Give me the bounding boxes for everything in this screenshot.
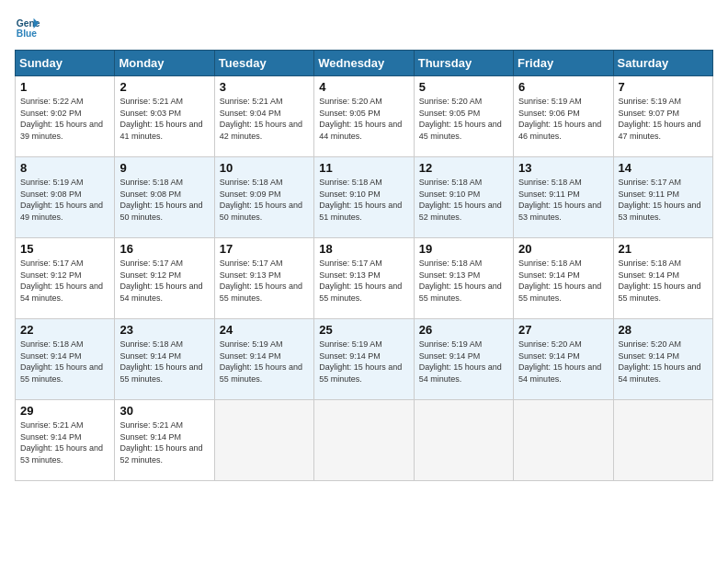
day-info: Sunrise: 5:21 AMSunset: 9:04 PMDaylight:… — [220, 96, 309, 142]
day-number: 7 — [619, 80, 708, 94]
day-info: Sunrise: 5:19 AMSunset: 9:14 PMDaylight:… — [419, 339, 508, 385]
day-info: Sunrise: 5:19 AMSunset: 9:08 PMDaylight:… — [20, 177, 109, 223]
day-number: 13 — [518, 161, 608, 175]
day-number: 5 — [419, 80, 508, 94]
header-thursday: Thursday — [414, 51, 513, 76]
day-info: Sunrise: 5:18 AMSunset: 9:09 PMDaylight:… — [220, 177, 309, 223]
day-info: Sunrise: 5:20 AMSunset: 9:05 PMDaylight:… — [319, 96, 408, 142]
day-number: 27 — [518, 323, 608, 337]
calendar-cell: 4Sunrise: 5:20 AMSunset: 9:05 PMDaylight… — [314, 76, 414, 157]
calendar-cell: 7Sunrise: 5:19 AMSunset: 9:07 PMDaylight… — [613, 76, 712, 157]
calendar-cell: 29Sunrise: 5:21 AMSunset: 9:14 PMDayligh… — [16, 400, 115, 481]
day-number: 28 — [619, 323, 708, 337]
calendar-cell: 23Sunrise: 5:18 AMSunset: 9:14 PMDayligh… — [115, 319, 214, 400]
calendar-cell: 19Sunrise: 5:18 AMSunset: 9:13 PMDayligh… — [414, 238, 513, 319]
header-friday: Friday — [514, 51, 613, 76]
day-number: 3 — [220, 80, 309, 94]
calendar-cell — [214, 400, 313, 481]
day-number: 25 — [319, 323, 408, 337]
day-info: Sunrise: 5:19 AMSunset: 9:07 PMDaylight:… — [619, 96, 708, 142]
day-number: 12 — [419, 161, 508, 175]
calendar-cell: 22Sunrise: 5:18 AMSunset: 9:14 PMDayligh… — [16, 319, 115, 400]
calendar-cell: 10Sunrise: 5:18 AMSunset: 9:09 PMDayligh… — [214, 157, 313, 238]
page-header: General Blue — [15, 15, 713, 40]
calendar-cell: 14Sunrise: 5:17 AMSunset: 9:11 PMDayligh… — [613, 157, 712, 238]
day-info: Sunrise: 5:18 AMSunset: 9:14 PMDaylight:… — [20, 339, 109, 385]
day-info: Sunrise: 5:19 AMSunset: 9:06 PMDaylight:… — [518, 96, 608, 142]
calendar-cell: 15Sunrise: 5:17 AMSunset: 9:12 PMDayligh… — [16, 238, 115, 319]
calendar-cell — [514, 400, 613, 481]
day-number: 11 — [319, 161, 408, 175]
calendar-cell: 18Sunrise: 5:17 AMSunset: 9:13 PMDayligh… — [314, 238, 414, 319]
day-info: Sunrise: 5:19 AMSunset: 9:14 PMDaylight:… — [220, 339, 309, 385]
day-number: 6 — [518, 80, 608, 94]
day-info: Sunrise: 5:21 AMSunset: 9:14 PMDaylight:… — [119, 419, 209, 465]
calendar-cell: 24Sunrise: 5:19 AMSunset: 9:14 PMDayligh… — [214, 319, 313, 400]
day-info: Sunrise: 5:18 AMSunset: 9:10 PMDaylight:… — [319, 177, 408, 223]
day-info: Sunrise: 5:18 AMSunset: 9:14 PMDaylight:… — [119, 339, 209, 385]
day-info: Sunrise: 5:17 AMSunset: 9:12 PMDaylight:… — [119, 258, 209, 304]
day-number: 16 — [119, 242, 209, 256]
calendar-cell: 2Sunrise: 5:21 AMSunset: 9:03 PMDaylight… — [115, 76, 214, 157]
header-saturday: Saturday — [613, 51, 712, 76]
day-number: 10 — [220, 161, 309, 175]
day-number: 9 — [119, 161, 209, 175]
calendar-table: Sunday Monday Tuesday Wednesday Thursday… — [15, 50, 713, 481]
calendar-cell: 21Sunrise: 5:18 AMSunset: 9:14 PMDayligh… — [613, 238, 712, 319]
calendar-cell: 9Sunrise: 5:18 AMSunset: 9:08 PMDaylight… — [115, 157, 214, 238]
calendar-week-row: 22Sunrise: 5:18 AMSunset: 9:14 PMDayligh… — [16, 319, 713, 400]
calendar-cell: 17Sunrise: 5:17 AMSunset: 9:13 PMDayligh… — [214, 238, 313, 319]
day-info: Sunrise: 5:21 AMSunset: 9:14 PMDaylight:… — [20, 419, 109, 465]
svg-text:Blue: Blue — [17, 29, 38, 39]
day-number: 24 — [220, 323, 309, 337]
calendar-cell: 28Sunrise: 5:20 AMSunset: 9:14 PMDayligh… — [613, 319, 712, 400]
logo-icon: General Blue — [15, 15, 40, 40]
calendar-cell: 30Sunrise: 5:21 AMSunset: 9:14 PMDayligh… — [115, 400, 214, 481]
calendar-header-row: Sunday Monday Tuesday Wednesday Thursday… — [16, 51, 713, 76]
day-number: 30 — [119, 404, 209, 418]
day-number: 15 — [20, 242, 109, 256]
calendar-cell: 6Sunrise: 5:19 AMSunset: 9:06 PMDaylight… — [514, 76, 613, 157]
calendar-cell: 25Sunrise: 5:19 AMSunset: 9:14 PMDayligh… — [314, 319, 414, 400]
day-info: Sunrise: 5:20 AMSunset: 9:14 PMDaylight:… — [619, 339, 708, 385]
calendar-cell — [414, 400, 513, 481]
day-info: Sunrise: 5:18 AMSunset: 9:10 PMDaylight:… — [419, 177, 508, 223]
calendar-cell: 13Sunrise: 5:18 AMSunset: 9:11 PMDayligh… — [514, 157, 613, 238]
day-info: Sunrise: 5:17 AMSunset: 9:13 PMDaylight:… — [319, 258, 408, 304]
day-number: 1 — [20, 80, 109, 94]
header-monday: Monday — [115, 51, 214, 76]
day-number: 4 — [319, 80, 408, 94]
calendar-cell: 3Sunrise: 5:21 AMSunset: 9:04 PMDaylight… — [214, 76, 313, 157]
day-info: Sunrise: 5:18 AMSunset: 9:14 PMDaylight:… — [619, 258, 708, 304]
day-info: Sunrise: 5:22 AMSunset: 9:02 PMDaylight:… — [20, 96, 109, 142]
calendar-week-row: 8Sunrise: 5:19 AMSunset: 9:08 PMDaylight… — [16, 157, 713, 238]
day-number: 29 — [20, 404, 109, 418]
calendar-cell: 20Sunrise: 5:18 AMSunset: 9:14 PMDayligh… — [514, 238, 613, 319]
day-info: Sunrise: 5:19 AMSunset: 9:14 PMDaylight:… — [319, 339, 408, 385]
day-info: Sunrise: 5:21 AMSunset: 9:03 PMDaylight:… — [119, 96, 209, 142]
day-number: 22 — [20, 323, 109, 337]
day-number: 19 — [419, 242, 508, 256]
day-number: 18 — [319, 242, 408, 256]
calendar-week-row: 29Sunrise: 5:21 AMSunset: 9:14 PMDayligh… — [16, 400, 713, 481]
day-info: Sunrise: 5:20 AMSunset: 9:05 PMDaylight:… — [419, 96, 508, 142]
day-number: 14 — [619, 161, 708, 175]
calendar-week-row: 1Sunrise: 5:22 AMSunset: 9:02 PMDaylight… — [16, 76, 713, 157]
day-info: Sunrise: 5:18 AMSunset: 9:11 PMDaylight:… — [518, 177, 608, 223]
day-number: 21 — [619, 242, 708, 256]
header-wednesday: Wednesday — [314, 51, 414, 76]
calendar-cell: 12Sunrise: 5:18 AMSunset: 9:10 PMDayligh… — [414, 157, 513, 238]
day-info: Sunrise: 5:18 AMSunset: 9:08 PMDaylight:… — [119, 177, 209, 223]
calendar-cell: 1Sunrise: 5:22 AMSunset: 9:02 PMDaylight… — [16, 76, 115, 157]
day-number: 20 — [518, 242, 608, 256]
calendar-cell — [613, 400, 712, 481]
day-info: Sunrise: 5:17 AMSunset: 9:12 PMDaylight:… — [20, 258, 109, 304]
day-info: Sunrise: 5:18 AMSunset: 9:13 PMDaylight:… — [419, 258, 508, 304]
calendar-cell: 11Sunrise: 5:18 AMSunset: 9:10 PMDayligh… — [314, 157, 414, 238]
header-sunday: Sunday — [16, 51, 115, 76]
calendar-cell: 27Sunrise: 5:20 AMSunset: 9:14 PMDayligh… — [514, 319, 613, 400]
day-number: 8 — [20, 161, 109, 175]
calendar-cell: 5Sunrise: 5:20 AMSunset: 9:05 PMDaylight… — [414, 76, 513, 157]
calendar-cell: 8Sunrise: 5:19 AMSunset: 9:08 PMDaylight… — [16, 157, 115, 238]
day-info: Sunrise: 5:20 AMSunset: 9:14 PMDaylight:… — [518, 339, 608, 385]
